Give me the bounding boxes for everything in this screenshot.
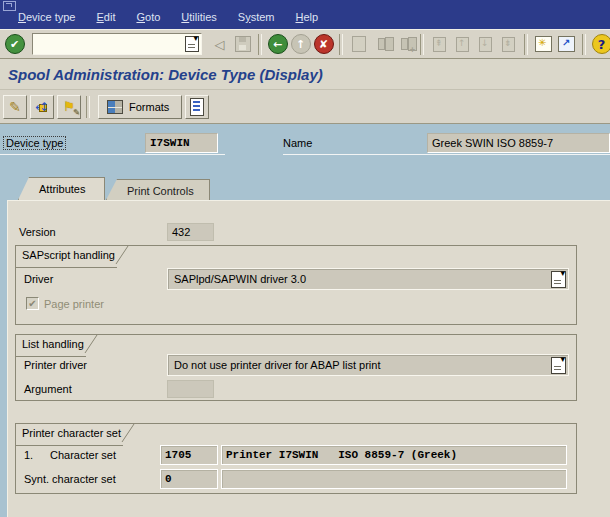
navigate-arrows-icon bbox=[34, 99, 50, 115]
printer-charset-group-title: Printer character set bbox=[16, 424, 123, 446]
page-printer-label: Page printer bbox=[44, 298, 104, 310]
display-change-button[interactable]: ✎ bbox=[3, 95, 27, 119]
menu-item-help[interactable]: Help bbox=[295, 11, 318, 23]
notes-button[interactable]: ⚑ bbox=[57, 95, 81, 119]
synt-charset-desc-field[interactable] bbox=[221, 469, 567, 489]
tab-attributes[interactable]: Attributes bbox=[18, 177, 105, 200]
collapse-icon[interactable]: ◁ bbox=[208, 33, 231, 56]
driver-value: SAPlpd/SAPWIN driver 3.0 bbox=[174, 273, 306, 285]
menu-item-system[interactable]: System bbox=[238, 11, 275, 23]
printer-driver-dropdown-icon[interactable] bbox=[551, 357, 566, 374]
back-icon[interactable]: ← bbox=[266, 33, 289, 56]
menu-bar: Device typeEditGotoUtilitiesSystemHelp bbox=[0, 0, 610, 29]
group-label-slant bbox=[85, 335, 98, 353]
driver-label: Driver bbox=[24, 273, 53, 285]
version-label: Version bbox=[19, 226, 56, 238]
command-field-wrap bbox=[32, 33, 202, 55]
flag-pencil-icon: ⚑ bbox=[63, 99, 75, 114]
save-icon bbox=[231, 33, 254, 56]
other-device-type-button[interactable] bbox=[30, 95, 54, 119]
page-title: Spool Administration: Device Type (Displ… bbox=[8, 66, 323, 83]
command-history-dropdown-icon[interactable] bbox=[185, 36, 199, 52]
group-label-slant bbox=[116, 246, 129, 264]
printer-driver-label: Printer driver bbox=[24, 359, 87, 371]
tab-strip: Attributes Print Controls bbox=[0, 168, 610, 200]
command-input[interactable] bbox=[34, 35, 184, 53]
pencil-icon: ✎ bbox=[9, 99, 21, 115]
toolbar-separator bbox=[420, 34, 424, 55]
menu-item-device-type[interactable]: Device type bbox=[18, 11, 75, 23]
formats-button[interactable]: Formats bbox=[98, 95, 182, 119]
system-menu-icon[interactable] bbox=[3, 1, 16, 11]
group-label-slant bbox=[122, 424, 135, 442]
previous-page-icon bbox=[451, 33, 474, 56]
list-page-icon bbox=[190, 98, 204, 116]
tab-print-controls[interactable]: Print Controls bbox=[106, 179, 210, 200]
sapscript-handling-group: SAPscript handling Driver SAPlpd/SAPWIN … bbox=[15, 245, 577, 325]
sapscript-group-title: SAPscript handling bbox=[16, 246, 117, 268]
menu-item-edit[interactable]: Edit bbox=[96, 11, 115, 23]
toolbar-separator bbox=[258, 34, 262, 55]
device-type-label: Device type bbox=[4, 137, 65, 149]
list-handling-group-title: List handling bbox=[16, 335, 86, 357]
application-toolbar: ✎ ⚑ Formats bbox=[0, 90, 610, 124]
version-field[interactable]: 432 bbox=[167, 223, 214, 241]
first-page-icon bbox=[428, 33, 451, 56]
app-toolbar-separator bbox=[86, 96, 90, 118]
device-type-field[interactable]: I7SWIN bbox=[145, 133, 218, 153]
toolbar-separator bbox=[582, 34, 586, 55]
synt-charset-code-field[interactable]: 0 bbox=[160, 469, 218, 489]
charset-row1-label: Character set bbox=[50, 449, 116, 461]
exit-icon: ↑ bbox=[289, 33, 312, 56]
next-page-icon bbox=[474, 33, 497, 56]
menu-item-utilities[interactable]: Utilities bbox=[181, 11, 216, 23]
find-icon bbox=[370, 33, 393, 56]
page-printer-checkbox: ✔ bbox=[26, 297, 39, 310]
printer-driver-value: Do not use printer driver for ABAP list … bbox=[174, 359, 380, 371]
charset-desc-field[interactable]: Printer I7SWIN ISO 8859-7 (Greek) bbox=[221, 445, 567, 465]
band-divider-left bbox=[0, 154, 225, 155]
table-grid-icon bbox=[107, 100, 123, 114]
argument-label: Argument bbox=[24, 383, 72, 395]
header-band: Device type I7SWIN Name Greek SWIN ISO 8… bbox=[0, 124, 610, 168]
driver-combobox[interactable]: SAPlpd/SAPWIN driver 3.0 bbox=[167, 268, 569, 290]
band-divider-right bbox=[283, 154, 610, 155]
enter-icon[interactable]: ✔ bbox=[3, 33, 26, 56]
menu-item-goto[interactable]: Goto bbox=[136, 11, 160, 23]
toolbar-buttons: ←↑✘+? bbox=[231, 33, 610, 56]
charset-code-field[interactable]: 1705 bbox=[160, 445, 218, 465]
new-session-icon[interactable] bbox=[532, 33, 555, 56]
last-page-icon bbox=[497, 33, 520, 56]
driver-dropdown-icon[interactable] bbox=[551, 271, 566, 288]
create-shortcut-icon[interactable] bbox=[555, 33, 578, 56]
printer-charset-group: Printer character set 1. Character set 1… bbox=[15, 423, 577, 494]
toolbar-separator bbox=[524, 34, 528, 55]
enter-check-glyph: ✔ bbox=[5, 34, 25, 54]
sap-window: Device typeEditGotoUtilitiesSystemHelp ✔… bbox=[0, 0, 610, 517]
formats-button-label: Formats bbox=[129, 101, 169, 113]
name-label: Name bbox=[283, 137, 312, 149]
list-handling-group: List handling Printer driver Do not use … bbox=[15, 334, 577, 401]
name-field[interactable]: Greek SWIN ISO 8859-7 bbox=[427, 133, 610, 153]
synt-charset-label: Synt. character set bbox=[24, 473, 116, 485]
character-list-button[interactable] bbox=[185, 95, 209, 119]
title-bar: Spool Administration: Device Type (Displ… bbox=[0, 59, 610, 90]
cancel-icon[interactable]: ✘ bbox=[312, 33, 335, 56]
standard-toolbar: ✔ ◁ ←↑✘+? bbox=[0, 29, 610, 59]
help-icon[interactable]: ? bbox=[590, 33, 610, 56]
menu-bar-items: Device typeEditGotoUtilitiesSystemHelp bbox=[18, 11, 318, 23]
argument-field[interactable] bbox=[167, 380, 214, 398]
charset-row1-number: 1. bbox=[24, 449, 33, 461]
print-icon bbox=[347, 33, 370, 56]
find-next-icon: + bbox=[393, 33, 416, 56]
toolbar-separator bbox=[339, 34, 343, 55]
printer-driver-combobox[interactable]: Do not use printer driver for ABAP list … bbox=[167, 354, 569, 376]
left-margin-strip bbox=[0, 200, 7, 517]
attributes-panel: Version 432 SAPscript handling Driver SA… bbox=[7, 200, 610, 517]
